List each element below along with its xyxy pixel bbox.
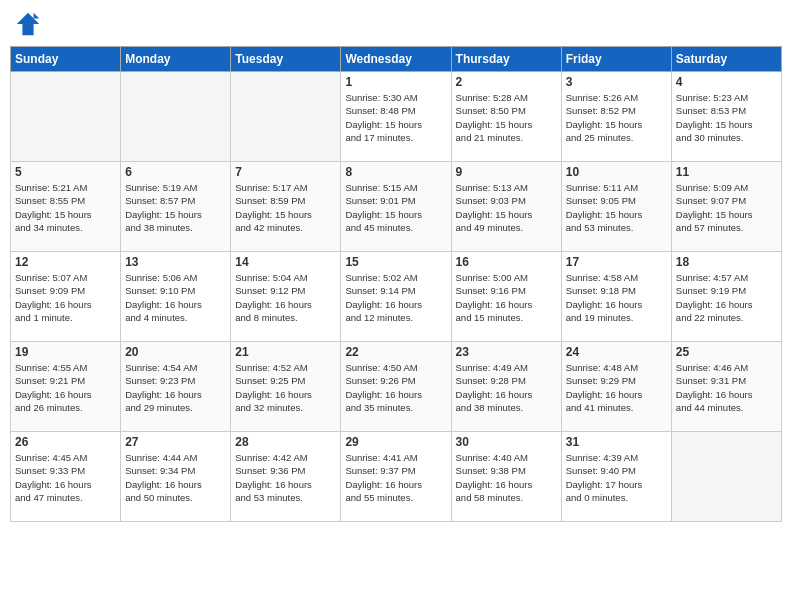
calendar-cell: 7Sunrise: 5:17 AM Sunset: 8:59 PM Daylig… (231, 162, 341, 252)
day-info: Sunrise: 5:19 AM Sunset: 8:57 PM Dayligh… (125, 181, 226, 234)
day-number: 12 (15, 255, 116, 269)
day-number: 7 (235, 165, 336, 179)
logo-icon (14, 10, 42, 38)
day-number: 16 (456, 255, 557, 269)
day-info: Sunrise: 5:17 AM Sunset: 8:59 PM Dayligh… (235, 181, 336, 234)
day-info: Sunrise: 4:45 AM Sunset: 9:33 PM Dayligh… (15, 451, 116, 504)
day-info: Sunrise: 4:50 AM Sunset: 9:26 PM Dayligh… (345, 361, 446, 414)
calendar-cell: 18Sunrise: 4:57 AM Sunset: 9:19 PM Dayli… (671, 252, 781, 342)
calendar-cell: 30Sunrise: 4:40 AM Sunset: 9:38 PM Dayli… (451, 432, 561, 522)
day-header-sunday: Sunday (11, 47, 121, 72)
day-number: 28 (235, 435, 336, 449)
page-header (10, 10, 782, 38)
day-info: Sunrise: 5:28 AM Sunset: 8:50 PM Dayligh… (456, 91, 557, 144)
day-number: 27 (125, 435, 226, 449)
day-info: Sunrise: 5:23 AM Sunset: 8:53 PM Dayligh… (676, 91, 777, 144)
day-number: 1 (345, 75, 446, 89)
day-number: 25 (676, 345, 777, 359)
day-number: 20 (125, 345, 226, 359)
calendar-header-row: SundayMondayTuesdayWednesdayThursdayFrid… (11, 47, 782, 72)
calendar-cell (11, 72, 121, 162)
logo (14, 10, 46, 38)
day-number: 10 (566, 165, 667, 179)
day-info: Sunrise: 5:15 AM Sunset: 9:01 PM Dayligh… (345, 181, 446, 234)
calendar-cell: 1Sunrise: 5:30 AM Sunset: 8:48 PM Daylig… (341, 72, 451, 162)
calendar-cell: 28Sunrise: 4:42 AM Sunset: 9:36 PM Dayli… (231, 432, 341, 522)
day-info: Sunrise: 5:26 AM Sunset: 8:52 PM Dayligh… (566, 91, 667, 144)
day-info: Sunrise: 4:44 AM Sunset: 9:34 PM Dayligh… (125, 451, 226, 504)
day-info: Sunrise: 4:42 AM Sunset: 9:36 PM Dayligh… (235, 451, 336, 504)
day-number: 13 (125, 255, 226, 269)
calendar-cell: 12Sunrise: 5:07 AM Sunset: 9:09 PM Dayli… (11, 252, 121, 342)
day-number: 26 (15, 435, 116, 449)
day-info: Sunrise: 4:48 AM Sunset: 9:29 PM Dayligh… (566, 361, 667, 414)
day-info: Sunrise: 5:11 AM Sunset: 9:05 PM Dayligh… (566, 181, 667, 234)
day-number: 5 (15, 165, 116, 179)
calendar-cell: 29Sunrise: 4:41 AM Sunset: 9:37 PM Dayli… (341, 432, 451, 522)
day-info: Sunrise: 4:54 AM Sunset: 9:23 PM Dayligh… (125, 361, 226, 414)
calendar-cell: 16Sunrise: 5:00 AM Sunset: 9:16 PM Dayli… (451, 252, 561, 342)
calendar-week-row: 1Sunrise: 5:30 AM Sunset: 8:48 PM Daylig… (11, 72, 782, 162)
calendar-cell: 27Sunrise: 4:44 AM Sunset: 9:34 PM Dayli… (121, 432, 231, 522)
day-info: Sunrise: 4:41 AM Sunset: 9:37 PM Dayligh… (345, 451, 446, 504)
day-info: Sunrise: 5:09 AM Sunset: 9:07 PM Dayligh… (676, 181, 777, 234)
day-info: Sunrise: 4:46 AM Sunset: 9:31 PM Dayligh… (676, 361, 777, 414)
calendar-week-row: 19Sunrise: 4:55 AM Sunset: 9:21 PM Dayli… (11, 342, 782, 432)
day-number: 18 (676, 255, 777, 269)
calendar-cell: 13Sunrise: 5:06 AM Sunset: 9:10 PM Dayli… (121, 252, 231, 342)
day-info: Sunrise: 4:49 AM Sunset: 9:28 PM Dayligh… (456, 361, 557, 414)
day-info: Sunrise: 5:21 AM Sunset: 8:55 PM Dayligh… (15, 181, 116, 234)
calendar-cell: 23Sunrise: 4:49 AM Sunset: 9:28 PM Dayli… (451, 342, 561, 432)
day-number: 6 (125, 165, 226, 179)
day-header-tuesday: Tuesday (231, 47, 341, 72)
day-info: Sunrise: 5:30 AM Sunset: 8:48 PM Dayligh… (345, 91, 446, 144)
calendar-cell: 17Sunrise: 4:58 AM Sunset: 9:18 PM Dayli… (561, 252, 671, 342)
day-number: 24 (566, 345, 667, 359)
day-number: 22 (345, 345, 446, 359)
calendar-table: SundayMondayTuesdayWednesdayThursdayFrid… (10, 46, 782, 522)
day-info: Sunrise: 5:07 AM Sunset: 9:09 PM Dayligh… (15, 271, 116, 324)
day-number: 15 (345, 255, 446, 269)
calendar-cell: 5Sunrise: 5:21 AM Sunset: 8:55 PM Daylig… (11, 162, 121, 252)
calendar-cell: 11Sunrise: 5:09 AM Sunset: 9:07 PM Dayli… (671, 162, 781, 252)
day-info: Sunrise: 5:06 AM Sunset: 9:10 PM Dayligh… (125, 271, 226, 324)
day-info: Sunrise: 5:00 AM Sunset: 9:16 PM Dayligh… (456, 271, 557, 324)
day-number: 2 (456, 75, 557, 89)
day-header-wednesday: Wednesday (341, 47, 451, 72)
day-info: Sunrise: 5:13 AM Sunset: 9:03 PM Dayligh… (456, 181, 557, 234)
day-info: Sunrise: 4:52 AM Sunset: 9:25 PM Dayligh… (235, 361, 336, 414)
day-header-thursday: Thursday (451, 47, 561, 72)
calendar-cell: 9Sunrise: 5:13 AM Sunset: 9:03 PM Daylig… (451, 162, 561, 252)
calendar-cell: 24Sunrise: 4:48 AM Sunset: 9:29 PM Dayli… (561, 342, 671, 432)
calendar-cell: 21Sunrise: 4:52 AM Sunset: 9:25 PM Dayli… (231, 342, 341, 432)
calendar-cell: 22Sunrise: 4:50 AM Sunset: 9:26 PM Dayli… (341, 342, 451, 432)
calendar-week-row: 12Sunrise: 5:07 AM Sunset: 9:09 PM Dayli… (11, 252, 782, 342)
calendar-cell (671, 432, 781, 522)
day-header-friday: Friday (561, 47, 671, 72)
calendar-cell: 8Sunrise: 5:15 AM Sunset: 9:01 PM Daylig… (341, 162, 451, 252)
day-number: 8 (345, 165, 446, 179)
calendar-cell: 25Sunrise: 4:46 AM Sunset: 9:31 PM Dayli… (671, 342, 781, 432)
day-header-saturday: Saturday (671, 47, 781, 72)
day-info: Sunrise: 4:40 AM Sunset: 9:38 PM Dayligh… (456, 451, 557, 504)
calendar-cell: 15Sunrise: 5:02 AM Sunset: 9:14 PM Dayli… (341, 252, 451, 342)
calendar-cell: 14Sunrise: 5:04 AM Sunset: 9:12 PM Dayli… (231, 252, 341, 342)
calendar-cell: 31Sunrise: 4:39 AM Sunset: 9:40 PM Dayli… (561, 432, 671, 522)
calendar-cell: 4Sunrise: 5:23 AM Sunset: 8:53 PM Daylig… (671, 72, 781, 162)
calendar-cell: 10Sunrise: 5:11 AM Sunset: 9:05 PM Dayli… (561, 162, 671, 252)
day-number: 3 (566, 75, 667, 89)
day-info: Sunrise: 5:04 AM Sunset: 9:12 PM Dayligh… (235, 271, 336, 324)
day-header-monday: Monday (121, 47, 231, 72)
day-number: 21 (235, 345, 336, 359)
day-number: 4 (676, 75, 777, 89)
calendar-cell (121, 72, 231, 162)
day-number: 31 (566, 435, 667, 449)
calendar-cell: 6Sunrise: 5:19 AM Sunset: 8:57 PM Daylig… (121, 162, 231, 252)
calendar-cell: 20Sunrise: 4:54 AM Sunset: 9:23 PM Dayli… (121, 342, 231, 432)
calendar-week-row: 5Sunrise: 5:21 AM Sunset: 8:55 PM Daylig… (11, 162, 782, 252)
calendar-cell: 26Sunrise: 4:45 AM Sunset: 9:33 PM Dayli… (11, 432, 121, 522)
calendar-cell: 19Sunrise: 4:55 AM Sunset: 9:21 PM Dayli… (11, 342, 121, 432)
calendar-cell: 2Sunrise: 5:28 AM Sunset: 8:50 PM Daylig… (451, 72, 561, 162)
svg-marker-1 (34, 13, 40, 19)
day-info: Sunrise: 4:58 AM Sunset: 9:18 PM Dayligh… (566, 271, 667, 324)
